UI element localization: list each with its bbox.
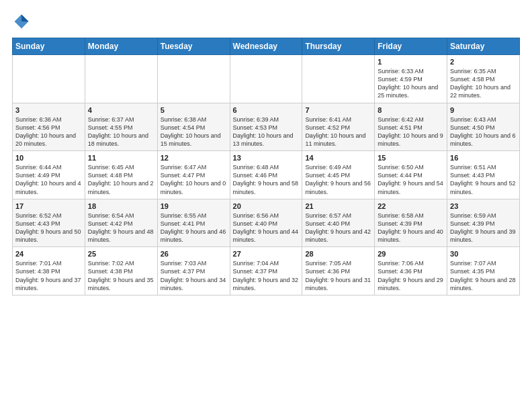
day-cell	[85, 55, 157, 103]
logo	[12, 12, 34, 31]
day-number: 9	[450, 106, 517, 114]
week-row-3: 10Sunrise: 6:44 AMSunset: 4:49 PMDayligh…	[13, 151, 520, 199]
day-number: 28	[305, 250, 371, 258]
day-cell: 2Sunrise: 6:35 AMSunset: 4:58 PMDaylight…	[447, 55, 520, 103]
weekday-header-sunday: Sunday	[13, 38, 85, 55]
day-number: 15	[378, 154, 444, 162]
day-number: 20	[233, 202, 300, 210]
day-detail: Sunrise: 6:56 AMSunset: 4:40 PMDaylight:…	[233, 212, 300, 244]
day-cell: 16Sunrise: 6:51 AMSunset: 4:43 PMDayligh…	[447, 151, 520, 199]
day-detail: Sunrise: 6:35 AMSunset: 4:58 PMDaylight:…	[450, 67, 517, 100]
day-detail: Sunrise: 7:07 AMSunset: 4:35 PMDaylight:…	[450, 259, 517, 292]
day-detail: Sunrise: 6:48 AMSunset: 4:46 PMDaylight:…	[233, 163, 300, 196]
week-row-2: 3Sunrise: 6:36 AMSunset: 4:56 PMDaylight…	[13, 103, 520, 151]
day-detail: Sunrise: 7:02 AMSunset: 4:38 PMDaylight:…	[88, 259, 154, 292]
day-number: 30	[450, 250, 517, 258]
day-cell: 11Sunrise: 6:45 AMSunset: 4:48 PMDayligh…	[85, 151, 157, 199]
day-detail: Sunrise: 6:33 AMSunset: 4:59 PMDaylight:…	[378, 67, 444, 100]
day-detail: Sunrise: 6:44 AMSunset: 4:49 PMDaylight:…	[15, 163, 82, 196]
day-detail: Sunrise: 6:39 AMSunset: 4:53 PMDaylight:…	[233, 116, 300, 148]
logo-icon	[12, 12, 31, 31]
day-number: 3	[15, 106, 82, 114]
day-detail: Sunrise: 6:45 AMSunset: 4:48 PMDaylight:…	[88, 163, 154, 196]
day-number: 4	[88, 106, 154, 114]
weekday-header-thursday: Thursday	[302, 38, 375, 55]
day-detail: Sunrise: 6:54 AMSunset: 4:42 PMDaylight:…	[88, 212, 154, 244]
day-number: 7	[305, 106, 371, 114]
day-detail: Sunrise: 6:59 AMSunset: 4:39 PMDaylight:…	[450, 212, 517, 244]
day-cell: 6Sunrise: 6:39 AMSunset: 4:53 PMDaylight…	[230, 103, 302, 151]
day-detail: Sunrise: 6:58 AMSunset: 4:39 PMDaylight:…	[378, 212, 444, 244]
day-cell: 24Sunrise: 7:01 AMSunset: 4:38 PMDayligh…	[13, 247, 85, 295]
day-number: 16	[450, 154, 517, 162]
day-number: 21	[305, 202, 371, 210]
day-cell: 5Sunrise: 6:38 AMSunset: 4:54 PMDaylight…	[157, 103, 230, 151]
day-cell	[302, 55, 375, 103]
day-cell: 27Sunrise: 7:04 AMSunset: 4:37 PMDayligh…	[230, 247, 302, 295]
day-cell: 28Sunrise: 7:05 AMSunset: 4:36 PMDayligh…	[302, 247, 375, 295]
day-cell: 21Sunrise: 6:57 AMSunset: 4:40 PMDayligh…	[302, 199, 375, 247]
day-detail: Sunrise: 6:36 AMSunset: 4:56 PMDaylight:…	[15, 116, 82, 148]
weekday-header-friday: Friday	[375, 38, 447, 55]
day-number: 25	[88, 250, 154, 258]
day-detail: Sunrise: 6:37 AMSunset: 4:55 PMDaylight:…	[88, 116, 154, 148]
day-number: 8	[378, 106, 444, 114]
day-cell: 18Sunrise: 6:54 AMSunset: 4:42 PMDayligh…	[85, 199, 157, 247]
header	[12, 12, 520, 31]
day-cell: 19Sunrise: 6:55 AMSunset: 4:41 PMDayligh…	[157, 199, 230, 247]
svg-marker-2	[21, 15, 29, 22]
day-cell: 29Sunrise: 7:06 AMSunset: 4:36 PMDayligh…	[375, 247, 447, 295]
day-detail: Sunrise: 6:47 AMSunset: 4:47 PMDaylight:…	[161, 163, 227, 196]
day-cell: 30Sunrise: 7:07 AMSunset: 4:35 PMDayligh…	[447, 247, 520, 295]
day-detail: Sunrise: 6:38 AMSunset: 4:54 PMDaylight:…	[161, 116, 227, 148]
day-detail: Sunrise: 6:55 AMSunset: 4:41 PMDaylight:…	[161, 212, 227, 244]
day-cell: 22Sunrise: 6:58 AMSunset: 4:39 PMDayligh…	[375, 199, 447, 247]
day-cell: 3Sunrise: 6:36 AMSunset: 4:56 PMDaylight…	[13, 103, 85, 151]
day-detail: Sunrise: 6:57 AMSunset: 4:40 PMDaylight:…	[305, 212, 371, 244]
day-number: 13	[233, 154, 300, 162]
day-cell	[13, 55, 85, 103]
page: SundayMondayTuesdayWednesdayThursdayFrid…	[0, 0, 532, 302]
day-cell	[157, 55, 230, 103]
day-number: 10	[15, 154, 82, 162]
day-cell: 10Sunrise: 6:44 AMSunset: 4:49 PMDayligh…	[13, 151, 85, 199]
day-number: 5	[161, 106, 227, 114]
week-row-4: 17Sunrise: 6:52 AMSunset: 4:43 PMDayligh…	[13, 199, 520, 247]
day-number: 17	[15, 202, 82, 210]
weekday-header-saturday: Saturday	[447, 38, 520, 55]
day-number: 1	[378, 58, 444, 66]
day-cell: 20Sunrise: 6:56 AMSunset: 4:40 PMDayligh…	[230, 199, 302, 247]
day-detail: Sunrise: 7:05 AMSunset: 4:36 PMDaylight:…	[305, 259, 371, 292]
day-number: 12	[161, 154, 227, 162]
day-cell: 7Sunrise: 6:41 AMSunset: 4:52 PMDaylight…	[302, 103, 375, 151]
day-number: 19	[161, 202, 227, 210]
day-cell	[230, 55, 302, 103]
day-number: 27	[233, 250, 300, 258]
weekday-header-wednesday: Wednesday	[230, 38, 302, 55]
day-number: 2	[450, 58, 517, 66]
weekday-header-tuesday: Tuesday	[157, 38, 230, 55]
day-cell: 25Sunrise: 7:02 AMSunset: 4:38 PMDayligh…	[85, 247, 157, 295]
day-cell: 8Sunrise: 6:42 AMSunset: 4:51 PMDaylight…	[375, 103, 447, 151]
day-detail: Sunrise: 6:42 AMSunset: 4:51 PMDaylight:…	[378, 116, 444, 148]
week-row-5: 24Sunrise: 7:01 AMSunset: 4:38 PMDayligh…	[13, 247, 520, 295]
day-number: 18	[88, 202, 154, 210]
day-detail: Sunrise: 7:04 AMSunset: 4:37 PMDaylight:…	[233, 259, 300, 292]
day-number: 14	[305, 154, 371, 162]
day-detail: Sunrise: 6:50 AMSunset: 4:44 PMDaylight:…	[378, 163, 444, 196]
day-cell: 23Sunrise: 6:59 AMSunset: 4:39 PMDayligh…	[447, 199, 520, 247]
day-detail: Sunrise: 6:41 AMSunset: 4:52 PMDaylight:…	[305, 116, 371, 148]
weekday-header-row: SundayMondayTuesdayWednesdayThursdayFrid…	[13, 38, 520, 55]
day-detail: Sunrise: 6:43 AMSunset: 4:50 PMDaylight:…	[450, 116, 517, 148]
day-cell: 13Sunrise: 6:48 AMSunset: 4:46 PMDayligh…	[230, 151, 302, 199]
day-detail: Sunrise: 7:06 AMSunset: 4:36 PMDaylight:…	[378, 259, 444, 292]
day-detail: Sunrise: 6:51 AMSunset: 4:43 PMDaylight:…	[450, 163, 517, 196]
day-cell: 12Sunrise: 6:47 AMSunset: 4:47 PMDayligh…	[157, 151, 230, 199]
day-number: 23	[450, 202, 517, 210]
day-number: 24	[15, 250, 82, 258]
day-cell: 9Sunrise: 6:43 AMSunset: 4:50 PMDaylight…	[447, 103, 520, 151]
day-number: 26	[161, 250, 227, 258]
day-cell: 15Sunrise: 6:50 AMSunset: 4:44 PMDayligh…	[375, 151, 447, 199]
day-detail: Sunrise: 6:52 AMSunset: 4:43 PMDaylight:…	[15, 212, 82, 244]
week-row-1: 1Sunrise: 6:33 AMSunset: 4:59 PMDaylight…	[13, 55, 520, 103]
